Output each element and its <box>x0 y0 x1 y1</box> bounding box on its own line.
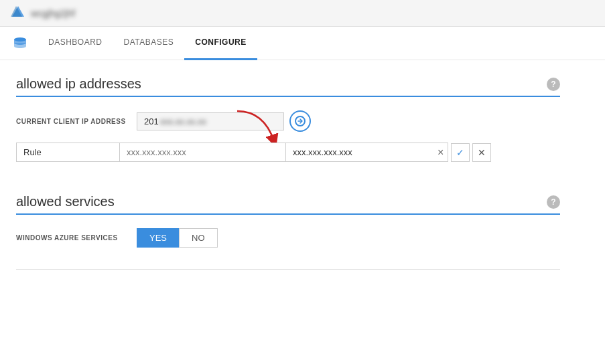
rule-ip-clear-button[interactable]: × <box>433 147 448 158</box>
allowed-services-title: allowed services <box>16 194 115 209</box>
logo-text: wcgjhg2jhf <box>31 8 75 19</box>
ip-prefix: 201 <box>144 116 159 126</box>
no-button[interactable]: NO <box>179 228 218 248</box>
nav-configure[interactable]: CONFIGURE <box>184 27 257 60</box>
allowed-services-help-icon[interactable]: ? <box>547 195 560 209</box>
bottom-divider <box>16 269 560 270</box>
nav-bar: DASHBOARD DATABASES CONFIGURE <box>0 27 605 60</box>
rule-cancel-button[interactable]: ✕ <box>472 143 491 162</box>
nav-dashboard[interactable]: DASHBOARD <box>38 27 113 60</box>
current-ip-row: CURRENT CLIENT IP ADDRESS 201 xxx.xx.xx.… <box>16 110 560 132</box>
rule-name-input[interactable] <box>16 143 120 162</box>
rule-ip-start-input[interactable] <box>120 143 286 162</box>
allowed-ip-title: allowed ip addresses <box>16 76 141 92</box>
azure-services-row: WINDOWS AZURE SERVICES YES NO <box>16 228 560 248</box>
allowed-ip-help-icon[interactable]: ? <box>547 78 560 91</box>
main-content: allowed ip addresses ? CURRENT CLIENT IP… <box>0 60 576 270</box>
allowed-ip-header: allowed ip addresses ? <box>16 76 560 97</box>
rule-ip-end-input[interactable] <box>286 143 433 161</box>
ip-blurred: xxx.xx.xx.xx <box>160 116 206 126</box>
rule-ip-end-wrapper: × <box>286 143 448 162</box>
top-header: wcgjhg2jhf <box>0 0 605 27</box>
nav-databases[interactable]: DATABASES <box>113 27 185 60</box>
allowed-ip-section: allowed ip addresses ? CURRENT CLIENT IP… <box>16 76 560 162</box>
rule-actions: ✓ ✕ <box>451 143 491 162</box>
logo-area: wcgjhg2jhf <box>11 5 75 21</box>
azure-icon <box>11 5 25 21</box>
current-ip-value: 201 xxx.xx.xx.xx <box>137 110 311 132</box>
allowed-services-header: allowed services ? <box>16 194 560 215</box>
add-ip-button[interactable] <box>289 110 311 132</box>
current-ip-label: CURRENT CLIENT IP ADDRESS <box>16 118 137 125</box>
rule-row-wrapper: × ✓ ✕ <box>16 143 560 162</box>
azure-services-toggle: YES NO <box>137 228 218 248</box>
rule-confirm-button[interactable]: ✓ <box>451 143 470 162</box>
yes-button[interactable]: YES <box>137 228 179 248</box>
azure-services-label: WINDOWS AZURE SERVICES <box>16 234 137 242</box>
nav-db-icon <box>11 34 29 53</box>
rule-row: × ✓ ✕ <box>16 143 560 162</box>
allowed-services-section: allowed services ? WINDOWS AZURE SERVICE… <box>16 194 560 248</box>
